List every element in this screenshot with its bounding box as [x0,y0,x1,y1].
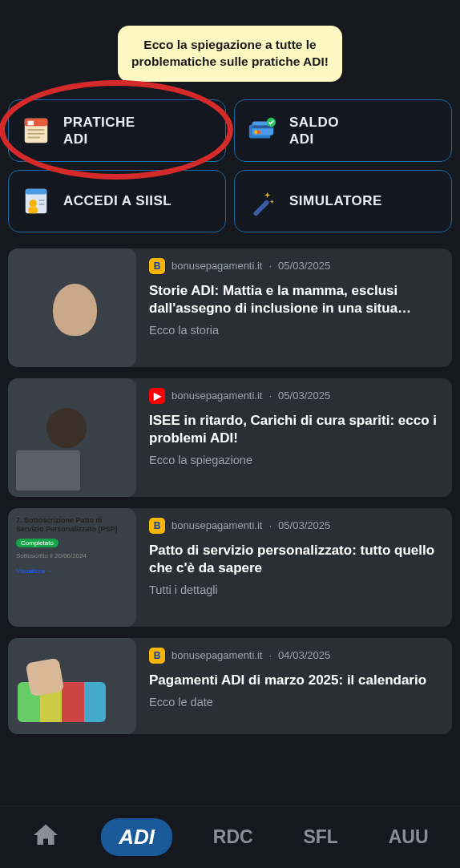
article-title: ISEE in ritardo, Carichi di cura spariti… [149,412,441,447]
source-b-icon: B [149,648,165,664]
svg-point-11 [257,130,261,134]
tile-label: PRATICHE ADI [63,114,135,148]
article-title: Pagamenti ADI di marzo 2025: il calendar… [149,672,441,689]
info-banner-text: Ecco la spiegazione a tutte le problemat… [131,38,329,68]
source-b-icon: B [149,258,165,274]
nav-home[interactable] [22,814,70,861]
article-subtitle: Tutti i dettagli [149,583,441,596]
home-icon [31,821,60,850]
document-icon [20,115,52,147]
article-source: bonusepagamenti.it [171,649,262,661]
svg-point-14 [29,200,37,208]
article-card[interactable]: ▶ bonusepagamenti.it · 05/03/2025 ISEE i… [8,378,452,497]
article-source: bonusepagamenti.it [171,390,262,402]
article-card[interactable]: 7. Sottoscrizione Patto di Servizio Pers… [8,508,452,627]
article-subtitle: Ecco la spiegazione [149,454,441,466]
bottom-nav: ADI RDC SFL AUU [0,805,460,868]
card-balance-icon [246,115,278,147]
tile-pratiche-adi[interactable]: PRATICHE ADI [8,99,226,162]
article-date: 05/03/2025 [278,260,330,272]
svg-rect-2 [28,120,34,125]
svg-rect-16 [39,200,45,201]
tile-simulatore[interactable]: SIMULATORE [234,170,452,232]
info-banner[interactable]: Ecco la spiegazione a tutte le problemat… [118,26,342,82]
article-card[interactable]: B bonusepagamenti.it · 05/03/2025 Storie… [8,248,452,367]
portal-user-icon [20,185,52,217]
article-subtitle: Ecco la storia [149,324,441,337]
article-source: bonusepagamenti.it [171,260,262,272]
tile-label: SIMULATORE [289,192,382,209]
svg-rect-18 [252,200,269,216]
svg-rect-13 [26,189,47,195]
article-subtitle: Ecco le date [149,696,441,709]
article-meta: ▶ bonusepagamenti.it · 05/03/2025 [149,388,441,404]
article-thumbnail [8,378,136,497]
article-meta: B bonusepagamenti.it · 05/03/2025 [149,258,441,274]
article-title: Storie ADI: Mattia e la mamma, esclusi d… [149,282,441,317]
article-title: Patto di servizio personalizzato: tutto … [149,542,441,577]
tile-accedi-siisl[interactable]: ACCEDI A SIISL [8,170,226,232]
article-meta: B bonusepagamenti.it · 04/03/2025 [149,648,441,664]
article-feed: B bonusepagamenti.it · 05/03/2025 Storie… [0,248,460,734]
source-b-icon: B [149,518,165,534]
svg-rect-17 [39,204,45,205]
article-thumbnail [8,248,136,367]
article-date: 05/03/2025 [278,390,330,402]
article-card[interactable]: B bonusepagamenti.it · 04/03/2025 Pagame… [8,638,452,734]
nav-sfl[interactable]: SFL [293,820,347,854]
nav-auu[interactable]: AUU [379,820,438,854]
article-source: bonusepagamenti.it [171,519,262,531]
source-youtube-icon: ▶ [149,388,165,404]
article-meta: B bonusepagamenti.it · 05/03/2025 [149,518,441,534]
svg-rect-15 [29,207,38,213]
article-thumbnail [8,638,136,734]
article-date: 04/03/2025 [278,649,330,661]
nav-rdc[interactable]: RDC [204,820,263,854]
article-date: 05/03/2025 [278,519,330,531]
nav-adi[interactable]: ADI [101,818,172,856]
action-grid: PRATICHE ADI SALDO ADI [0,99,460,232]
article-thumbnail: 7. Sottoscrizione Patto di Servizio Pers… [8,508,136,627]
svg-rect-5 [28,136,40,138]
svg-rect-3 [28,129,45,131]
tile-label: ACCEDI A SIISL [63,192,171,209]
svg-rect-4 [28,133,45,135]
tile-label: SALDO ADI [289,114,339,148]
wand-icon [246,185,278,217]
tile-saldo-adi[interactable]: SALDO ADI [234,99,452,162]
